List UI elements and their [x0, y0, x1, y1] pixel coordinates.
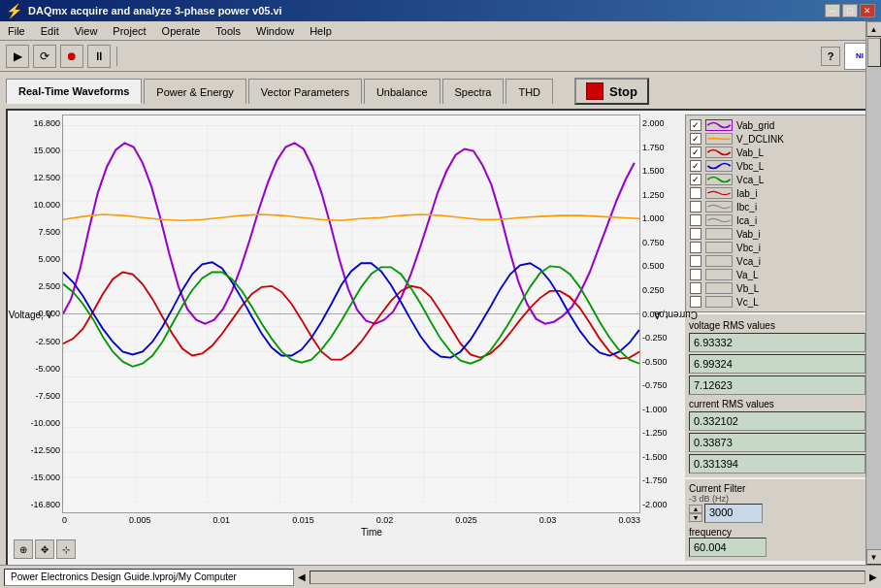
- menu-operate[interactable]: Operate: [158, 24, 205, 38]
- legend-line-vdclink: [705, 133, 733, 145]
- window-controls: ─ □ ✕: [825, 4, 875, 17]
- minimize-button[interactable]: ─: [825, 4, 840, 17]
- tab-thd[interactable]: THD: [506, 79, 553, 104]
- right-panel: ✓ Vab_grid ✓ V_DCLINK: [685, 114, 869, 561]
- legend-item-icai: Ica_i: [690, 214, 865, 226]
- legend-line-vbcl: [705, 160, 733, 172]
- main-content: Real-Time Waveforms Power & Energy Vecto…: [0, 72, 881, 565]
- legend-item-vbl: Vb_L: [690, 282, 865, 294]
- tab-unbalance[interactable]: Unbalance: [364, 79, 440, 104]
- status-scrollbar[interactable]: [310, 571, 865, 584]
- close-button[interactable]: ✕: [860, 4, 875, 17]
- legend-checkbox-vdclink[interactable]: ✓: [690, 133, 702, 145]
- filter-input-row: ▲ ▼ 3000: [689, 504, 865, 523]
- legend-checkbox-vab-grid[interactable]: ✓: [690, 119, 702, 131]
- filter-increment[interactable]: ▲: [689, 505, 702, 513]
- status-scroll-right[interactable]: ▶: [869, 572, 877, 582]
- scroll-track: [866, 37, 881, 549]
- maximize-button[interactable]: □: [842, 4, 858, 17]
- menu-edit[interactable]: Edit: [37, 24, 63, 38]
- status-text: Power Electronics Design Guide.lvproj/My…: [4, 569, 294, 586]
- menu-tools[interactable]: Tools: [212, 24, 245, 38]
- legend-item-vabi: Vab_i: [690, 228, 865, 240]
- stop-icon: [586, 82, 604, 100]
- legend-item-vab-grid: ✓ Vab_grid: [690, 119, 865, 131]
- chart-panel: 16.800 15.000 12.500 10.000 7.500 5.000 …: [6, 109, 875, 567]
- legend-checkbox-iabi[interactable]: [690, 187, 702, 199]
- menu-file[interactable]: File: [4, 24, 29, 38]
- legend-checkbox-vbl[interactable]: [690, 282, 702, 294]
- legend-checkbox-ibci[interactable]: [690, 201, 702, 212]
- filter-area: Current Filter -3 dB (Hz) ▲ ▼ 3000 frequ…: [685, 479, 869, 561]
- legend-line-icai: [705, 214, 733, 226]
- current-rms-3: 0.331394: [689, 454, 865, 474]
- tabs-row: Real-Time Waveforms Power & Energy Vecto…: [6, 78, 875, 105]
- menu-bar: File Edit View Project Operate Tools Win…: [0, 21, 881, 41]
- frequency-label: frequency: [689, 527, 865, 538]
- chart-svg: [62, 114, 640, 513]
- menu-project[interactable]: Project: [109, 24, 149, 38]
- chart-tools: ⊕ ✥ ⊹: [12, 538, 681, 561]
- voltage-rms-label: voltage RMS values: [689, 320, 865, 331]
- voltage-rms-3: 7.12623: [689, 376, 865, 395]
- scroll-down-button[interactable]: ▼: [866, 549, 882, 565]
- legend-line-ibci: [705, 201, 733, 212]
- frequency-value: 60.004: [689, 538, 767, 557]
- run-continuously-button[interactable]: ⟳: [33, 45, 56, 68]
- menu-window[interactable]: Window: [252, 24, 298, 38]
- legend-line-vabl: [705, 147, 733, 158]
- pan-button[interactable]: ✥: [35, 539, 54, 559]
- voltage-rms-1: 6.93332: [689, 333, 865, 352]
- legend-item-vcai: Vca_i: [690, 255, 865, 267]
- legend-line-vbci: [705, 242, 733, 253]
- legend-checkbox-vabl[interactable]: ✓: [690, 147, 702, 158]
- legend-line-vbl: [705, 282, 733, 294]
- legend-line-vabi: [705, 228, 733, 240]
- cursor-button[interactable]: ⊹: [56, 539, 76, 559]
- legend-item-vdclink: ✓ V_DCLINK: [690, 133, 865, 145]
- filter-decrement[interactable]: ▼: [689, 513, 702, 522]
- legend-checkbox-vbcl[interactable]: ✓: [690, 160, 702, 172]
- legend-checkbox-val[interactable]: [690, 269, 702, 280]
- legend-item-vcal: ✓ Vca_L: [690, 174, 865, 185]
- filter-input[interactable]: 3000: [704, 504, 763, 523]
- run-arrow-button[interactable]: ▶: [6, 45, 29, 68]
- title-bar: ⚡ DAQmx acquire and analyze 3-phase powe…: [0, 0, 881, 21]
- zoom-button[interactable]: ⊕: [14, 539, 33, 559]
- filter-sublabel: -3 dB (Hz): [689, 494, 865, 504]
- legend-line-iabi: [705, 187, 733, 199]
- legend-checkbox-vcl[interactable]: [690, 296, 702, 308]
- status-scroll-left[interactable]: ◀: [298, 572, 306, 582]
- abort-button[interactable]: ⏺: [60, 45, 83, 68]
- tab-vector-parameters[interactable]: Vector Parameters: [248, 79, 362, 104]
- pause-button[interactable]: ⏸: [87, 45, 111, 68]
- legend-checkbox-vcai[interactable]: [690, 255, 702, 267]
- values-area: voltage RMS values 6.93332 6.99324 7.126…: [685, 314, 869, 477]
- voltage-rms-2: 6.99324: [689, 354, 865, 374]
- legend-checkbox-vcal[interactable]: ✓: [690, 174, 702, 185]
- help-button[interactable]: ?: [821, 47, 840, 66]
- toolbar-separator: [116, 47, 117, 66]
- legend-item-vabl: ✓ Vab_L: [690, 147, 865, 158]
- tab-power-energy[interactable]: Power & Energy: [144, 79, 245, 104]
- tab-spectra[interactable]: Spectra: [442, 79, 505, 104]
- legend-item-vcl: Vc_L: [690, 296, 865, 308]
- filter-label: Current Filter: [689, 483, 865, 494]
- menu-help[interactable]: Help: [306, 24, 336, 38]
- legend-checkbox-vbci[interactable]: [690, 242, 702, 253]
- legend-line-val: [705, 269, 733, 280]
- current-rms-1: 0.332102: [689, 411, 865, 431]
- stop-button[interactable]: Stop: [574, 78, 649, 105]
- legend-line-vab-grid: [705, 119, 733, 131]
- legend-line-vcal: [705, 174, 733, 185]
- menu-view[interactable]: View: [71, 24, 102, 38]
- legend-item-iabi: Iab_i: [690, 187, 865, 199]
- legend-line-vcl: [705, 296, 733, 308]
- legend-checkbox-vabi[interactable]: [690, 228, 702, 240]
- scroll-up-button[interactable]: ▲: [866, 21, 882, 37]
- legend-checkbox-icai[interactable]: [690, 214, 702, 226]
- scroll-thumb[interactable]: [867, 38, 881, 67]
- current-rms-2: 0.33873: [689, 433, 865, 452]
- tab-realtime[interactable]: Real-Time Waveforms: [6, 79, 142, 104]
- legend-item-val: Va_L: [690, 269, 865, 280]
